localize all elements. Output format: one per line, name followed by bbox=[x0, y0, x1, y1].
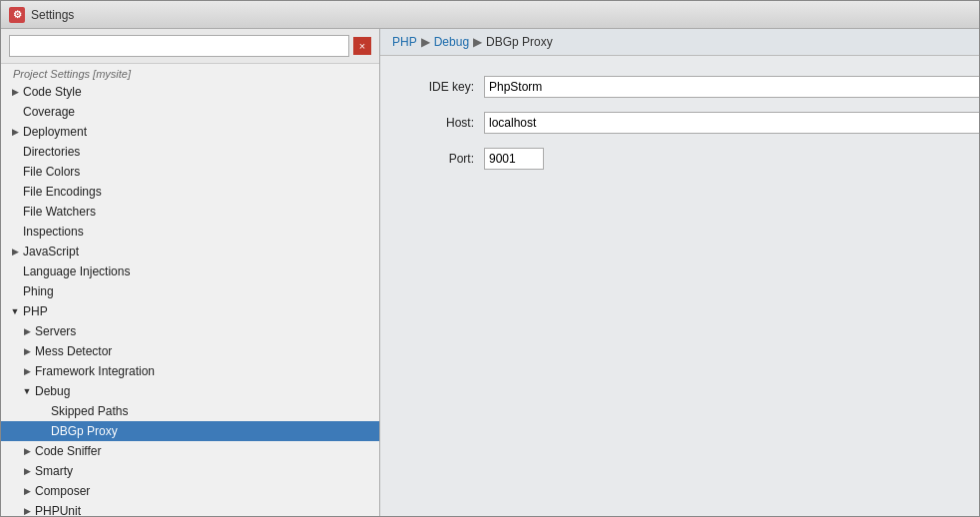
arrow-icon-composer: ▶ bbox=[21, 485, 33, 497]
project-settings-label: Project Settings [mysite] bbox=[1, 64, 379, 82]
arrow-icon-framework-integration: ▶ bbox=[21, 365, 33, 377]
content-area: IDE key: Host: Port: bbox=[380, 56, 979, 516]
settings-window: ⚙ Settings × Project Settings [mysite] ▶… bbox=[0, 0, 980, 517]
arrow-icon-file-encodings bbox=[9, 186, 21, 198]
tree-item-label-file-watchers: File Watchers bbox=[23, 205, 96, 219]
tree-item-label-inspections: Inspections bbox=[23, 225, 84, 239]
tree-item-composer[interactable]: ▶Composer bbox=[1, 481, 379, 501]
port-label: Port: bbox=[404, 152, 484, 166]
tree-item-deployment[interactable]: ▶Deployment bbox=[1, 122, 379, 142]
tree-item-debug[interactable]: ▼Debug bbox=[1, 381, 379, 401]
tree-item-label-phpunit: PHPUnit bbox=[35, 504, 81, 516]
breadcrumb-php: PHP bbox=[392, 35, 417, 49]
breadcrumb-sep-2: ▶ bbox=[473, 35, 482, 49]
tree-item-code-sniffer[interactable]: ▶Code Sniffer bbox=[1, 441, 379, 461]
arrow-icon-directories bbox=[9, 146, 21, 158]
arrow-icon-javascript: ▶ bbox=[9, 246, 21, 258]
tree-item-label-file-colors: File Colors bbox=[23, 165, 80, 179]
ide-key-row: IDE key: bbox=[404, 76, 979, 98]
tree-item-label-smarty: Smarty bbox=[35, 464, 73, 478]
tree-item-label-dbgp-proxy: DBGp Proxy bbox=[51, 424, 118, 438]
tree-item-label-code-style: Code Style bbox=[23, 85, 82, 99]
ide-key-label: IDE key: bbox=[404, 80, 484, 94]
tree-item-skipped-paths[interactable]: Skipped Paths bbox=[1, 401, 379, 421]
arrow-icon-phing bbox=[9, 285, 21, 297]
arrow-icon-inspections bbox=[9, 226, 21, 238]
arrow-icon-skipped-paths bbox=[37, 405, 49, 417]
tree-item-phing[interactable]: Phing bbox=[1, 281, 379, 301]
tree-item-label-language-injections: Language Injections bbox=[23, 264, 130, 278]
tree-item-language-injections[interactable]: Language Injections bbox=[1, 261, 379, 281]
tree-item-label-file-encodings: File Encodings bbox=[23, 185, 102, 199]
tree-item-php[interactable]: ▼PHP bbox=[1, 301, 379, 321]
tree-item-framework-integration[interactable]: ▶Framework Integration bbox=[1, 361, 379, 381]
tree-item-label-mess-detector: Mess Detector bbox=[35, 344, 112, 358]
tree-item-label-skipped-paths: Skipped Paths bbox=[51, 404, 128, 418]
arrow-icon-language-injections bbox=[9, 265, 21, 277]
window-title: Settings bbox=[31, 8, 74, 22]
breadcrumb-debug: Debug bbox=[434, 35, 469, 49]
tree-item-label-composer: Composer bbox=[35, 484, 90, 498]
port-input[interactable] bbox=[484, 148, 544, 170]
main-content: × Project Settings [mysite] ▶Code StyleC… bbox=[1, 29, 979, 516]
breadcrumb-sep-1: ▶ bbox=[421, 35, 430, 49]
left-panel: × Project Settings [mysite] ▶Code StyleC… bbox=[1, 29, 380, 516]
arrow-icon-coverage bbox=[9, 106, 21, 118]
host-row: Host: bbox=[404, 112, 979, 134]
tree-item-label-phing: Phing bbox=[23, 284, 54, 298]
arrow-icon-php: ▼ bbox=[9, 305, 21, 317]
tree-item-directories[interactable]: Directories bbox=[1, 142, 379, 162]
app-icon: ⚙ bbox=[9, 7, 25, 23]
search-input[interactable] bbox=[9, 35, 349, 57]
arrow-icon-servers: ▶ bbox=[21, 325, 33, 337]
arrow-icon-phpunit: ▶ bbox=[21, 505, 33, 516]
tree-item-label-servers: Servers bbox=[35, 324, 76, 338]
tree-container[interactable]: ▶Code StyleCoverage▶DeploymentDirectorie… bbox=[1, 82, 379, 516]
tree-item-file-watchers[interactable]: File Watchers bbox=[1, 202, 379, 222]
tree-item-label-directories: Directories bbox=[23, 145, 80, 159]
arrow-icon-code-sniffer: ▶ bbox=[21, 445, 33, 457]
ide-key-input[interactable] bbox=[484, 76, 979, 98]
tree-item-label-javascript: JavaScript bbox=[23, 245, 79, 258]
tree-item-coverage[interactable]: Coverage bbox=[1, 102, 379, 122]
titlebar: ⚙ Settings bbox=[1, 1, 979, 29]
tree-item-smarty[interactable]: ▶Smarty bbox=[1, 461, 379, 481]
arrow-icon-file-colors bbox=[9, 166, 21, 178]
arrow-icon-smarty: ▶ bbox=[21, 465, 33, 477]
arrow-icon-code-style: ▶ bbox=[9, 86, 21, 98]
host-input[interactable] bbox=[484, 112, 979, 134]
tree-item-code-style[interactable]: ▶Code Style bbox=[1, 82, 379, 102]
arrow-icon-file-watchers bbox=[9, 206, 21, 218]
tree-item-file-colors[interactable]: File Colors bbox=[1, 162, 379, 182]
tree-item-inspections[interactable]: Inspections bbox=[1, 222, 379, 242]
breadcrumb-current: DBGp Proxy bbox=[486, 35, 553, 49]
tree-item-dbgp-proxy[interactable]: DBGp Proxy bbox=[1, 421, 379, 441]
search-bar: × bbox=[1, 29, 379, 64]
tree-item-servers[interactable]: ▶Servers bbox=[1, 321, 379, 341]
tree-item-file-encodings[interactable]: File Encodings bbox=[1, 182, 379, 202]
right-panel: PHP ▶ Debug ▶ DBGp Proxy IDE key: Host: … bbox=[380, 29, 979, 516]
arrow-icon-mess-detector: ▶ bbox=[21, 345, 33, 357]
breadcrumb: PHP ▶ Debug ▶ DBGp Proxy bbox=[380, 29, 979, 56]
tree-item-phpunit[interactable]: ▶PHPUnit bbox=[1, 501, 379, 516]
search-clear-button[interactable]: × bbox=[353, 37, 371, 55]
tree-item-mess-detector[interactable]: ▶Mess Detector bbox=[1, 341, 379, 361]
tree-item-label-framework-integration: Framework Integration bbox=[35, 364, 155, 378]
tree-item-label-php: PHP bbox=[23, 304, 48, 318]
host-label: Host: bbox=[404, 116, 484, 130]
tree-item-label-debug: Debug bbox=[35, 384, 70, 398]
tree-item-label-deployment: Deployment bbox=[23, 125, 87, 139]
tree-item-javascript[interactable]: ▶JavaScript bbox=[1, 242, 379, 261]
tree-item-label-coverage: Coverage bbox=[23, 105, 75, 119]
arrow-icon-debug: ▼ bbox=[21, 385, 33, 397]
port-row: Port: bbox=[404, 148, 979, 170]
arrow-icon-deployment: ▶ bbox=[9, 126, 21, 138]
arrow-icon-dbgp-proxy bbox=[37, 425, 49, 437]
tree-item-label-code-sniffer: Code Sniffer bbox=[35, 444, 102, 458]
